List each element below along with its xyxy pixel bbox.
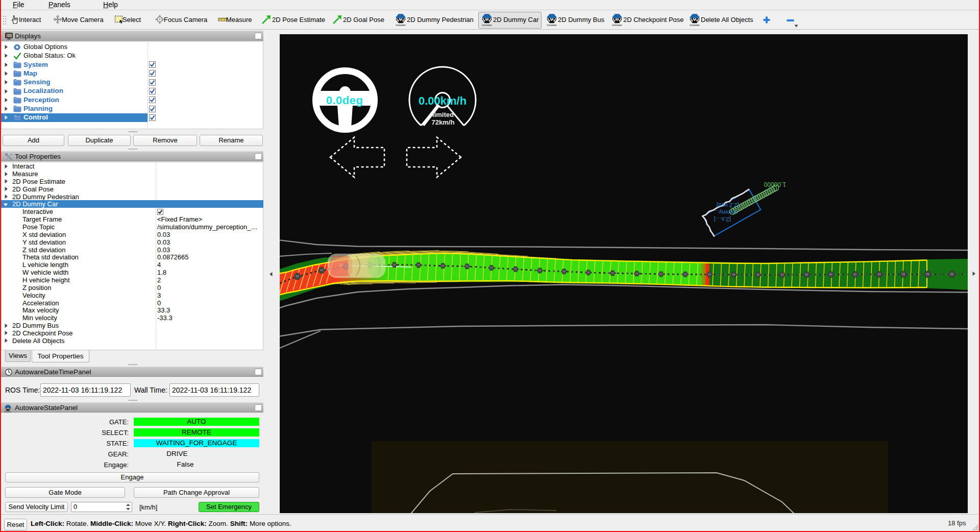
svg-text:[2,s…]: [2,s…] bbox=[714, 216, 731, 223]
svg-text:1.00000: 1.00000 bbox=[764, 181, 786, 188]
svg-text:Autoware: Autoware bbox=[547, 24, 557, 27]
svg-text:Autoware: Autoware bbox=[690, 24, 700, 27]
svg-text:[2.2 m/s]: [2.2 m/s] bbox=[717, 202, 739, 208]
svg-text:Autoware: Autoware bbox=[612, 24, 622, 27]
svg-text:Autoware: Autoware bbox=[482, 24, 492, 27]
svg-text:0.0deg: 0.0deg bbox=[326, 94, 363, 107]
svg-text:Autoware: Autoware bbox=[5, 411, 11, 413]
svg-text:dummy…: dummy… bbox=[713, 209, 738, 215]
svg-text:limited: limited bbox=[432, 111, 454, 118]
svg-text:72km/h: 72km/h bbox=[432, 118, 455, 126]
svg-text:0.00km/h: 0.00km/h bbox=[419, 94, 467, 107]
svg-text:Autoware: Autoware bbox=[396, 24, 406, 27]
